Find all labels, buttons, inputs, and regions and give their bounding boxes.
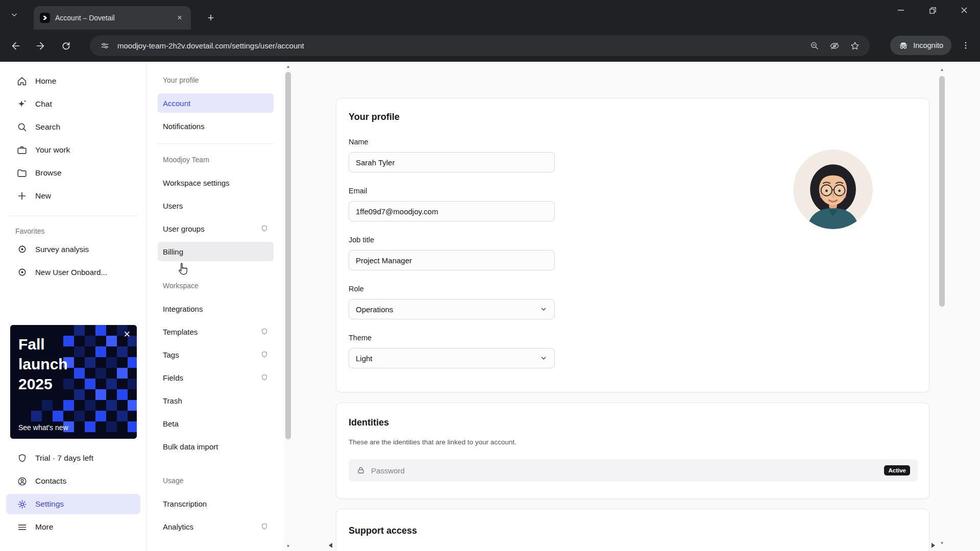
settings-nav-user-groups[interactable]: User groups: [158, 219, 274, 238]
zoom-icon[interactable]: [806, 38, 822, 54]
site-info-icon[interactable]: [97, 38, 112, 54]
forward-button[interactable]: [32, 37, 49, 55]
job-title-input[interactable]: [349, 250, 555, 270]
scroll-down-icon[interactable]: ▼: [284, 542, 292, 550]
settings-nav-trash[interactable]: Trash: [158, 391, 274, 410]
field-group-job-title: Job title: [349, 236, 917, 285]
sidebar-footer: Trial · 7 days left Contacts Settings Mo…: [0, 448, 146, 540]
mouse-cursor: [176, 262, 189, 279]
incognito-icon: [898, 40, 909, 51]
chevron-down-icon: [11, 11, 18, 18]
sidebar-item-label: Settings: [35, 499, 64, 509]
sidebar-item-more[interactable]: More: [6, 517, 140, 537]
sidebar-item-search[interactable]: Search: [6, 117, 140, 137]
field-group-role: Role Operations: [349, 285, 917, 319]
browser-tab[interactable]: Account – Dovetail ×: [34, 6, 191, 30]
app-sidebar: Home Chat Search Your work Browse New: [0, 62, 147, 551]
promo-card[interactable]: ✕ Fall launch 2025 See what's new: [10, 325, 137, 439]
window-controls: [885, 0, 980, 20]
scroll-up-icon[interactable]: ▲: [938, 66, 946, 73]
settings-nav-fields[interactable]: Fields: [158, 368, 274, 387]
incognito-badge: Incognito: [890, 36, 951, 55]
reload-button[interactable]: [57, 37, 75, 55]
scroll-up-icon[interactable]: ▲: [284, 63, 292, 70]
bookmark-star-icon[interactable]: [847, 38, 863, 54]
theme-label: Theme: [349, 334, 917, 343]
settings-nav-templates[interactable]: Templates: [158, 322, 274, 341]
scrollbar-thumb[interactable]: [939, 76, 945, 307]
settings-nav-analytics[interactable]: Analytics: [158, 517, 274, 536]
browser-menu-icon[interactable]: [958, 37, 974, 54]
settings-nav-bulk-data-import[interactable]: Bulk data import: [158, 437, 274, 456]
settings-nav-scrollbar[interactable]: ▲ ▼: [284, 62, 292, 551]
new-tab-button[interactable]: +: [203, 10, 218, 26]
identities-description: These are the identities that are linked…: [349, 438, 917, 446]
settings-nav-billing[interactable]: Billing: [158, 242, 274, 261]
sidebar-item-settings[interactable]: Settings: [6, 494, 140, 514]
menu-icon: [16, 521, 28, 533]
sidebar-item-contacts[interactable]: Contacts: [6, 471, 140, 491]
scroll-left-icon[interactable]: [329, 543, 332, 548]
name-input[interactable]: [349, 152, 555, 172]
close-button[interactable]: [948, 0, 980, 20]
settings-nav-notifications[interactable]: Notifications: [158, 116, 274, 136]
support-access-card: Support access: [336, 509, 929, 551]
minimize-button[interactable]: [885, 0, 917, 20]
scroll-down-icon[interactable]: ▼: [938, 539, 946, 547]
role-label: Role: [349, 285, 917, 294]
target-icon: [16, 266, 28, 278]
name-label: Name: [349, 138, 917, 147]
identities-card: Identities These are the identities that…: [336, 403, 929, 499]
sidebar-item-label: More: [35, 522, 53, 532]
theme-select[interactable]: Light: [349, 348, 555, 368]
promo-close-icon[interactable]: ✕: [124, 330, 131, 339]
sidebar-item-label: Home: [35, 77, 56, 86]
screen: Account – Dovetail × +: [0, 0, 980, 551]
sidebar-item-label: Your work: [35, 145, 70, 155]
sidebar-item-home[interactable]: Home: [6, 71, 140, 91]
settings-nav-transcription[interactable]: Transcription: [158, 494, 274, 513]
sidebar-item-browse[interactable]: Browse: [6, 163, 140, 183]
email-input[interactable]: [349, 201, 555, 221]
sidebar-item-new[interactable]: New: [6, 186, 140, 206]
main-scrollbar[interactable]: ▲ ▼: [938, 62, 946, 551]
settings-nav-users[interactable]: Users: [158, 196, 274, 215]
settings-nav-account[interactable]: Account: [158, 93, 274, 113]
sidebar-item-trial[interactable]: Trial · 7 days left: [6, 448, 140, 468]
avatar[interactable]: [793, 149, 873, 229]
back-button[interactable]: [7, 37, 24, 55]
password-identity-row[interactable]: Password Active: [349, 459, 918, 482]
shield-badge-icon: [260, 522, 268, 531]
scroll-right-icon[interactable]: [932, 543, 935, 548]
settings-nav-integrations[interactable]: Integrations: [158, 299, 274, 318]
favorite-item-survey-analysis[interactable]: Survey analysis: [6, 239, 140, 259]
role-select[interactable]: Operations: [349, 299, 555, 319]
shield-badge-icon: [260, 328, 268, 336]
favorite-item-new-user-onboarding[interactable]: New User Onboard...: [6, 262, 140, 282]
restore-button[interactable]: [917, 0, 948, 20]
scrollbar-thumb[interactable]: [285, 72, 291, 439]
settings-section-usage: Usage: [158, 471, 274, 490]
promo-title: Fall launch 2025: [18, 334, 68, 394]
shield-badge-icon: [260, 350, 268, 359]
sidebar-item-your-work[interactable]: Your work: [6, 140, 140, 160]
field-group-theme: Theme Light: [349, 334, 917, 368]
url-bar[interactable]: moodjoy-team-2h2v.dovetail.com/settings/…: [90, 35, 870, 56]
tab-search-button[interactable]: [7, 8, 21, 22]
gear-icon: [16, 498, 28, 510]
settings-nav-beta[interactable]: Beta: [158, 414, 274, 433]
tab-close-icon[interactable]: ×: [175, 13, 185, 23]
sidebar-item-chat[interactable]: Chat: [6, 94, 140, 114]
sparkle-icon: [16, 98, 28, 110]
settings-nav-workspace-settings[interactable]: Workspace settings: [158, 173, 274, 192]
folder-icon: [16, 167, 28, 179]
promo-cta[interactable]: See what's new: [18, 423, 68, 432]
password-label: Password: [371, 466, 878, 475]
favorite-item-label: Survey analysis: [35, 245, 89, 254]
sidebar-divider: [8, 216, 138, 216]
job-title-label: Job title: [349, 236, 917, 245]
eye-off-icon[interactable]: [827, 38, 842, 54]
settings-nav-tags[interactable]: Tags: [158, 345, 274, 364]
browser-navbar: moodjoy-team-2h2v.dovetail.com/settings/…: [0, 30, 980, 62]
tab-title: Account – Dovetail: [55, 14, 169, 22]
